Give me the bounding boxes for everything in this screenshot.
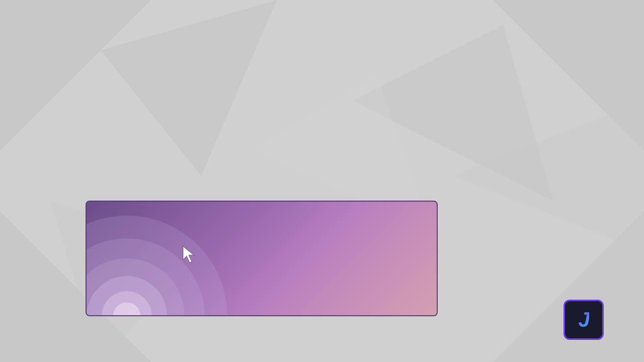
cursor-icon <box>182 245 197 267</box>
timer-label: Timer <box>96 177 192 185</box>
logo-text: JOLTFLY <box>12 12 70 25</box>
stat-box-score: 64 Score <box>320 151 438 195</box>
main-content: Clicks Per Ten Seconds | Challenge Joltf… <box>75 36 569 336</box>
score-label: Score <box>331 177 427 185</box>
stats-row: 5.339 Timer 11.99 CPS 64 Score <box>86 151 438 195</box>
stat-box-timer: 5.339 Timer <box>86 151 203 195</box>
chevron-down-icon-3: ▾ <box>472 16 475 21</box>
cps-label: CPS <box>213 177 309 185</box>
logo[interactable]: JOLTFLY <box>12 12 70 25</box>
page-description: Joltfly is now offering an exclusive cha… <box>86 92 428 133</box>
nav-item-kohi-click-test[interactable]: Kohi Click Test <box>166 14 212 22</box>
page-title: Clicks Per Ten Seconds | Challenge <box>86 56 558 78</box>
timer-value: 5.339 <box>96 161 192 176</box>
nav-item-spacebar-counter[interactable]: Spacebar Counter ▾ <box>359 14 421 22</box>
app-icon-letter: J <box>578 308 589 332</box>
navbar: JOLTFLY Click Speed Test ▾ Kohi Click Te… <box>0 0 644 36</box>
hamburger-line-3 <box>621 21 632 22</box>
nav-item-butterfly-click-test[interactable]: Butterfly Click Test <box>287 14 345 22</box>
cps-value: 11.99 <box>213 161 309 176</box>
hamburger-menu[interactable] <box>621 15 632 22</box>
chevron-down-icon-2: ▾ <box>418 16 421 21</box>
stat-box-cps: 11.99 CPS <box>203 151 320 195</box>
hamburger-line-2 <box>621 18 632 19</box>
score-value: 64 <box>331 161 427 176</box>
nav-item-mouse-test[interactable]: Mouse Test ▾ <box>435 14 475 22</box>
nav-item-click-speed-test[interactable]: Click Speed Test ▾ <box>95 14 151 22</box>
nav-links: Click Speed Test ▾ Kohi Click Test Jitte… <box>95 14 605 22</box>
click-area[interactable] <box>86 201 438 316</box>
nav-item-jitter-click-test[interactable]: Jitter Click Test <box>225 14 273 22</box>
app-icon[interactable]: J <box>564 300 604 340</box>
hamburger-line-1 <box>621 15 632 16</box>
chevron-down-icon: ▾ <box>149 16 151 21</box>
